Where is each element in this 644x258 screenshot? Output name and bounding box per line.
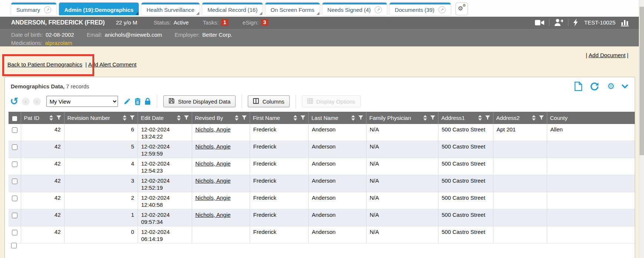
tab-settings-button[interactable]: ⚙ ⚙: [456, 3, 468, 15]
filter-funnel-icon[interactable]: [539, 115, 544, 120]
filter-funnel-icon[interactable]: [56, 115, 61, 120]
column-header-revised-by: Revised By: [192, 112, 250, 124]
tab-summary[interactable]: Summary↗: [11, 3, 56, 15]
add-document-link[interactable]: Add Document: [589, 52, 625, 58]
filter-funnel-icon[interactable]: [184, 115, 189, 120]
revised-by-link[interactable]: Nichols, Angie: [196, 195, 231, 201]
sort-icon[interactable]: [532, 115, 536, 121]
revised-by-link[interactable]: Nichols, Angie: [196, 160, 231, 167]
cell-pat_id: 42: [21, 226, 64, 244]
cell-edit_date: 12-02-202413:24:22: [138, 124, 192, 141]
esign-badge[interactable]: 3: [261, 19, 268, 26]
collapse-chevron-icon[interactable]: [621, 82, 628, 88]
status-label: Status:: [154, 19, 171, 26]
filter-funnel-icon[interactable]: [485, 115, 490, 120]
row-checkbox[interactable]: [12, 196, 17, 201]
filter-funnel-icon[interactable]: [430, 115, 435, 120]
store-displayed-data-button[interactable]: Store Displayed Data: [163, 95, 236, 107]
row-checkbox[interactable]: [12, 144, 17, 150]
settings-gear-icon[interactable]: ⚙: [607, 82, 615, 91]
sort-icon[interactable]: [123, 115, 126, 121]
table-row: 42412-02-202412:54:23Nichols, AngieFrede…: [9, 158, 635, 175]
quick-action-bolt-icon[interactable]: [573, 19, 579, 26]
back-to-demographics-link[interactable]: Back to Patient Demographics: [7, 61, 82, 68]
view-select[interactable]: My View: [46, 96, 118, 107]
cell-address2: Apt 201: [493, 124, 547, 141]
cell-county: Allen: [547, 124, 635, 141]
revised-by-link[interactable]: Nichols, Angie: [196, 143, 231, 150]
filter-funnel-icon[interactable]: [242, 115, 247, 120]
medications-value[interactable]: alprazolam: [45, 40, 72, 46]
column-header-pat-id: Pat ID: [21, 112, 64, 124]
previous-view-button[interactable]: ‹: [22, 98, 30, 105]
popout-icon[interactable]: ↗: [375, 6, 382, 13]
scrollbar-thumb[interactable]: [640, 7, 644, 155]
cell-revised_by: Nichols, Angie: [192, 158, 250, 175]
row-checkbox[interactable]: [12, 161, 17, 167]
revised-by-link[interactable]: Nichols, Angie: [196, 212, 231, 218]
cell-address1: 500 Castro Street: [438, 175, 493, 192]
edit-date-line: 12-02-2024: [141, 160, 188, 167]
sort-icon[interactable]: [235, 115, 239, 121]
sort-icon[interactable]: [177, 115, 181, 121]
delete-view-trash-icon[interactable]: [134, 98, 141, 105]
tab-admin-19-demographics[interactable]: Admin (19):Demographics: [59, 3, 139, 15]
tab-medical-record-16[interactable]: Medical Record (16): [202, 3, 263, 15]
cell-select: [9, 209, 21, 226]
separator: |: [586, 52, 587, 58]
video-call-icon[interactable]: [535, 19, 544, 26]
tab-label: On Screen Forms: [270, 7, 314, 13]
filter-funnel-icon[interactable]: [300, 115, 305, 120]
toolbar-divider: [242, 95, 242, 108]
edit-date-line: 12:54:23: [141, 167, 188, 174]
footer-select-checkbox[interactable]: [11, 243, 17, 248]
reset-view-icon[interactable]: ↺: [10, 97, 19, 106]
toolbar-divider: [157, 95, 157, 108]
sort-icon[interactable]: [293, 115, 297, 121]
refresh-icon[interactable]: [590, 82, 599, 91]
select-all-checkbox[interactable]: [12, 116, 17, 121]
sort-icon[interactable]: [49, 115, 53, 121]
chart-id: TEST-10025: [584, 19, 615, 26]
lock-view-icon[interactable]: [144, 98, 151, 105]
columns-button[interactable]: Columns: [248, 95, 289, 107]
revised-by-link[interactable]: Nichols, Angie: [196, 177, 231, 184]
cell-last_name: Anderson: [308, 158, 366, 175]
cell-first_name: Frederick: [250, 192, 308, 209]
add-person-icon[interactable]: [554, 19, 563, 26]
cell-first_name: Frederick: [250, 141, 308, 158]
tab-documents-39[interactable]: Documents (39)↗: [390, 3, 451, 15]
columns-button-label: Columns: [262, 98, 284, 105]
sort-icon[interactable]: [423, 115, 427, 121]
tab-needs-signed-4[interactable]: Needs Signed (4)↗: [322, 3, 387, 15]
cell-county: [547, 192, 635, 209]
popout-icon[interactable]: ↗: [438, 6, 446, 13]
column-label: Revised By: [195, 115, 223, 121]
tasks-badge[interactable]: 1: [221, 19, 229, 26]
vertical-scrollbar[interactable]: [639, 0, 644, 258]
filter-funnel-icon[interactable]: [130, 115, 135, 120]
sort-icon[interactable]: [478, 115, 482, 121]
flowsheet-chart-icon[interactable]: [621, 19, 629, 26]
cell-last_name: Anderson: [308, 124, 366, 141]
row-checkbox[interactable]: [12, 213, 17, 218]
save-icon: [168, 98, 175, 105]
next-view-button[interactable]: ›: [33, 98, 41, 105]
row-checkbox[interactable]: [12, 230, 17, 235]
popout-icon[interactable]: ↗: [44, 6, 51, 13]
row-checkbox[interactable]: [12, 127, 17, 133]
edit-date-line: 13:24:22: [141, 133, 188, 140]
column-header-edit-date: Edit Date: [138, 112, 192, 124]
row-checkbox[interactable]: [12, 179, 17, 184]
cell-select: [9, 226, 21, 244]
tab-health-surveillance[interactable]: Health Surveillance: [141, 3, 200, 15]
new-document-icon[interactable]: [574, 82, 582, 91]
tab-on-screen-forms[interactable]: On Screen Forms: [265, 3, 319, 15]
cell-address1: 500 Castro Street: [438, 158, 493, 175]
filter-funnel-icon[interactable]: [358, 115, 363, 120]
sort-icon[interactable]: [351, 115, 355, 121]
gears-icon-small: ⚙: [463, 4, 466, 7]
add-alert-comment-link[interactable]: Add Alert Comment: [88, 61, 137, 68]
revised-by-link[interactable]: Nichols, Angie: [196, 126, 231, 133]
edit-view-pencil-icon[interactable]: [124, 98, 131, 105]
